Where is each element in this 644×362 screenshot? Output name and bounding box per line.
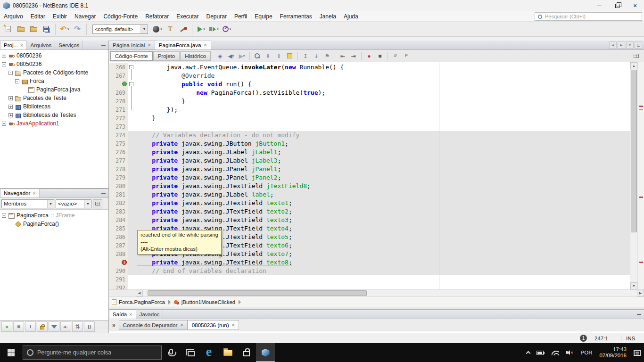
stop-macro-button[interactable]: ■ <box>375 51 385 61</box>
close-icon[interactable]: × <box>148 42 150 48</box>
project-node-javaapplication1[interactable]: +JavaApplication1 <box>0 119 108 128</box>
menu-equipe[interactable]: Equipe <box>251 11 276 21</box>
clean-build-button[interactable] <box>177 23 189 35</box>
expand-icon[interactable]: + <box>8 105 13 109</box>
forward-button[interactable]: ▶▾ <box>237 51 247 61</box>
override-marker-icon[interactable] <box>122 82 127 86</box>
expand-icon[interactable]: + <box>2 54 6 58</box>
navigator-node-paginaforca[interactable]: -PaginaForca:: JFrame <box>0 211 108 220</box>
members-select[interactable]: Membros ▼ <box>1 199 54 208</box>
expand-icon[interactable]: + <box>8 96 13 100</box>
project-node-08050236[interactable]: -08050236 <box>0 60 108 68</box>
fold-toggle-icon[interactable]: - <box>129 82 133 86</box>
menu-refatorar[interactable]: Refatorar <box>141 11 173 21</box>
toggle-bookmark-button[interactable]: ⚑ <box>322 51 332 61</box>
battery-button[interactable] <box>533 343 548 362</box>
collapse-icon[interactable]: - <box>2 62 6 66</box>
project-node-forca[interactable]: -Forca <box>0 77 108 85</box>
file-explorer-button[interactable] <box>218 343 237 362</box>
comment-button[interactable]: // <box>390 51 401 61</box>
tray-expand-button[interactable] <box>523 343 533 362</box>
project-node-08050236[interactable]: +08050236 <box>0 51 108 60</box>
editor-horizontal-scrollbar[interactable]: ◀ ▶ <box>109 289 644 296</box>
menu-depurar[interactable]: Depurar <box>203 11 231 21</box>
minimize-output-button[interactable] <box>637 314 641 315</box>
restore-button[interactable] <box>608 0 626 11</box>
chevron-right-icon[interactable] <box>239 300 241 304</box>
menu-arquivo[interactable]: Arquivo <box>0 11 27 21</box>
tab-navigator[interactable]: Navegador × <box>0 189 40 197</box>
output-chevron-button[interactable]: » <box>110 322 118 329</box>
sort-by-source-button[interactable]: ⇅ <box>72 321 83 332</box>
save-all-button[interactable] <box>40 23 52 35</box>
maximize-editor-button[interactable] <box>635 41 642 49</box>
navigator-node-paginaforca[interactable]: PaginaForca() <box>0 220 108 228</box>
scroll-up-button[interactable]: ▲ <box>630 62 637 69</box>
filter-members-button[interactable] <box>49 321 59 332</box>
cortana-search-input[interactable]: Pergunte-me qualquer coisa <box>23 346 162 360</box>
tab-pagina-inicial[interactable]: Página Inicial× <box>109 40 155 49</box>
config-select[interactable]: <config. default> ▼ <box>92 25 148 34</box>
editor-vertical-scrollbar[interactable]: ▲ ▼ <box>630 62 637 289</box>
scroll-tabs-right-button[interactable]: ▶ <box>618 41 625 49</box>
expand-icon[interactable]: + <box>8 113 13 117</box>
close-icon[interactable]: × <box>232 322 235 328</box>
volume-button[interactable]: × <box>562 343 578 362</box>
edge-button[interactable]: e <box>199 343 218 362</box>
tab-javadoc[interactable]: Javadoc <box>136 310 164 319</box>
scrollbar-thumb[interactable] <box>631 70 637 232</box>
project-node-paginaforca-java[interactable]: PaginaForca.java <box>0 85 108 94</box>
previous-bookmark-button[interactable]: ↥ <box>300 51 311 61</box>
open-project-button[interactable] <box>27 23 40 35</box>
minimize-button[interactable] <box>590 0 608 11</box>
tab-arquivos[interactable]: Arquivos <box>27 41 55 49</box>
undo-button[interactable]: ↶▾ <box>58 23 71 35</box>
scroll-tabs-left-button[interactable]: ◀ <box>609 41 617 49</box>
code-editor[interactable]: 266- java.awt.EventQueue.invokeLater(new… <box>109 62 630 289</box>
new-project-button[interactable] <box>15 23 27 35</box>
tab-proj[interactable]: Proj...× <box>0 41 27 49</box>
redo-button[interactable]: ↷ <box>71 23 83 35</box>
columns-button[interactable] <box>93 199 102 208</box>
microphone-button[interactable] <box>162 343 181 362</box>
debug-button[interactable]: ▾ <box>208 23 220 35</box>
error-stripe-mark[interactable] <box>639 262 643 263</box>
network-button[interactable] <box>548 343 562 362</box>
tab-paginaforca-java[interactable]: PaginaForca.java× <box>155 40 211 49</box>
minimize-navigator-button[interactable] <box>101 193 106 194</box>
tab-saida[interactable]: Saída× <box>109 310 136 319</box>
close-icon[interactable]: × <box>129 312 132 317</box>
build-project-button[interactable]: T <box>164 23 176 35</box>
menu-navegar[interactable]: Navegar <box>71 11 99 21</box>
show-static-members-button[interactable]: I <box>25 321 36 332</box>
task-view-button[interactable] <box>181 343 199 362</box>
menu-exibir[interactable]: Exibir <box>49 11 71 21</box>
quick-search-input[interactable]: Pesquisar (Ctrl+I) <box>535 12 642 21</box>
collapse-icon[interactable]: - <box>15 79 19 83</box>
view-tab-codigo-fonte[interactable]: Código-Fonte <box>110 51 153 61</box>
menu-codigo-fonte[interactable]: Código-Fonte <box>99 11 141 21</box>
show-non-public-button[interactable] <box>37 321 48 332</box>
show-inherited-button[interactable]: ● <box>1 321 12 332</box>
close-icon[interactable]: × <box>33 191 35 196</box>
toggle-highlight-button[interactable] <box>285 51 295 61</box>
project-node-pacotes-de-codigos-fonte[interactable]: -Pacotes de Códigos-fonte <box>0 68 108 77</box>
collapse-icon[interactable]: - <box>2 214 6 218</box>
next-bookmark-button[interactable]: ↧ <box>311 51 322 61</box>
menu-ajuda[interactable]: Ajuda <box>340 11 362 21</box>
tab-console-do-depurador[interactable]: Console do Depurador× <box>119 320 188 330</box>
expand-icon[interactable]: + <box>2 122 6 126</box>
view-tab-projeto[interactable]: Projeto <box>153 51 180 61</box>
sort-alphabetically-button[interactable]: a↓ <box>60 321 71 332</box>
start-button[interactable] <box>0 343 22 362</box>
project-node-bibliotecas-de-testes[interactable]: +Bibliotecas de Testes <box>0 111 108 119</box>
project-node-bibliotecas[interactable]: +Bibliotecas <box>0 102 108 111</box>
build-button[interactable]: ▾ <box>151 23 164 35</box>
view-tab-historico[interactable]: Histórico <box>180 51 211 61</box>
new-file-button[interactable] <box>2 23 14 35</box>
menu-editar[interactable]: Editar <box>27 11 49 21</box>
breadcrumb-forca-paginaforca[interactable]: Forca.PaginaForca <box>112 299 165 305</box>
store-button[interactable] <box>237 343 256 362</box>
menu-perfil[interactable]: Perfil <box>231 11 251 21</box>
back-button[interactable]: ◀▾ <box>226 51 236 61</box>
